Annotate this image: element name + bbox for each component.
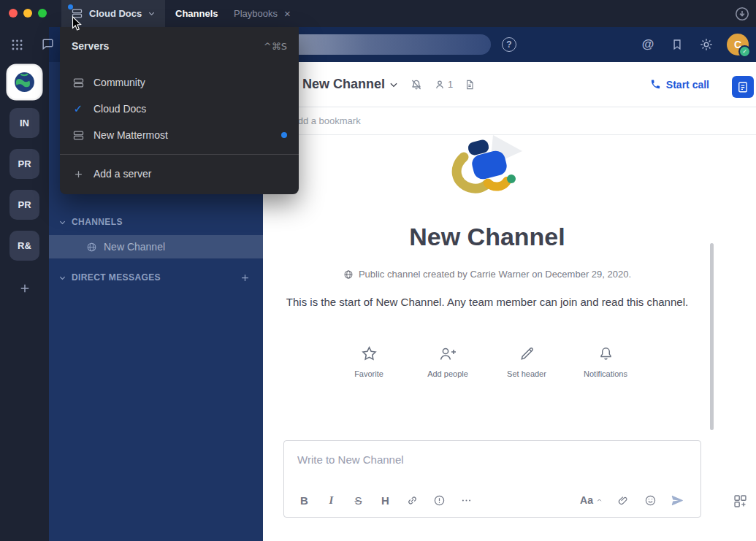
start-call-button[interactable]: Start call (650, 79, 709, 91)
zoom-window-button[interactable] (38, 9, 47, 18)
formatting-toggle-button[interactable]: Aa (580, 490, 603, 510)
channel-files-button[interactable] (464, 79, 476, 91)
tab-playbooks[interactable]: Playbooks × (234, 0, 291, 27)
send-message-button[interactable] (668, 490, 688, 510)
channels-product-button[interactable] (41, 37, 55, 51)
recent-mentions-button[interactable]: @ (639, 36, 657, 53)
more-formatting-button[interactable] (457, 490, 477, 510)
menu-item-label: Community (93, 77, 145, 88)
paperclip-icon (617, 494, 630, 507)
italic-button[interactable]: I (321, 490, 342, 510)
priority-icon (433, 494, 446, 507)
add-people-label: Add people (427, 369, 468, 378)
favorite-label: Favorite (354, 369, 383, 378)
formatting-toggle-label: Aa (580, 494, 593, 506)
team-avatar-selected[interactable] (8, 66, 41, 99)
chevron-down-icon (58, 274, 66, 282)
composer-right-actions: Aa (580, 490, 691, 510)
caret-up-icon (596, 497, 603, 504)
question-mark-icon: ? (506, 39, 511, 50)
bookmark-bar: Add a bookmark (263, 107, 756, 135)
channels-category-label: CHANNELS (72, 217, 123, 227)
set-header-button[interactable]: Set header (487, 344, 566, 378)
team-initials: R& (18, 240, 31, 251)
settings-button[interactable] (698, 36, 715, 53)
plus-icon (18, 282, 31, 295)
app-window: Cloud Docs Channels Playbooks × (0, 0, 756, 541)
menu-item-new-mattermost[interactable]: New Mattermost (60, 122, 299, 148)
heading-button[interactable]: H (375, 490, 396, 510)
apps-button[interactable] (733, 494, 748, 509)
channels-category[interactable]: CHANNELS (49, 212, 263, 232)
scrollbar[interactable] (710, 243, 714, 430)
close-window-button[interactable] (9, 9, 18, 18)
team-avatar[interactable]: IN (9, 108, 39, 138)
sidebar-item-new-channel[interactable]: New Channel (49, 235, 263, 258)
channel-header: New Channel 1 (263, 62, 756, 107)
downloads-button[interactable] (734, 6, 750, 22)
channel-intro: New Channel Public channel created by Ca… (263, 135, 711, 378)
set-header-label: Set header (507, 369, 546, 378)
channel-title[interactable]: New Channel (302, 77, 385, 92)
favorite-button[interactable]: Favorite (329, 344, 408, 378)
tab-channels[interactable]: Channels (175, 0, 218, 27)
channel-intro-illustration (439, 135, 535, 204)
start-call-label: Start call (666, 79, 709, 91)
minimize-window-button[interactable] (23, 9, 32, 18)
link-icon (406, 494, 419, 507)
emoji-button[interactable] (641, 490, 661, 510)
globe-icon (343, 269, 354, 280)
add-server-button[interactable]: Add a server (60, 161, 299, 187)
direct-messages-category[interactable]: DIRECT MESSAGES (49, 267, 263, 288)
team-avatar[interactable]: PR (9, 149, 39, 179)
tab-playbooks-label: Playbooks (234, 8, 278, 19)
pencil-icon (519, 344, 535, 363)
servers-menu-shortcut: ^⌘S (264, 41, 287, 52)
servers-menu-header: Servers ^⌘S (60, 31, 299, 61)
star-icon (360, 344, 378, 363)
team-initials: PR (18, 158, 31, 169)
search-input[interactable] (267, 34, 491, 55)
playbooks-app-button[interactable] (732, 76, 754, 98)
bold-button[interactable]: B (294, 490, 315, 510)
menu-divider (60, 154, 299, 155)
add-bookmark-button[interactable]: Add a bookmark (291, 115, 361, 126)
saved-posts-button[interactable] (668, 36, 686, 53)
server-dropdown-button[interactable]: Cloud Docs (61, 0, 165, 27)
close-tab-icon[interactable]: × (284, 8, 291, 19)
menu-item-cloud-docs[interactable]: ✓ Cloud Docs (60, 96, 299, 122)
channel-menu-chevron-icon[interactable] (389, 80, 399, 90)
unread-dot (281, 132, 287, 138)
channel-intro-meta: Public channel created by Carrie Warner … (263, 269, 711, 280)
add-team-button[interactable] (9, 273, 39, 303)
download-icon (734, 6, 750, 22)
notifications-button[interactable]: Notifications (566, 344, 645, 378)
notifications-label: Notifications (584, 369, 627, 378)
add-server-label: Add a server (93, 168, 151, 180)
message-input[interactable] (284, 441, 700, 466)
menu-item-community[interactable]: Community (60, 69, 299, 96)
globe-icon (86, 242, 97, 253)
attach-file-button[interactable] (614, 490, 634, 510)
person-icon (434, 79, 446, 91)
server-icon (71, 7, 83, 20)
help-button[interactable]: ? (502, 37, 516, 52)
channel-members-button[interactable]: 1 (434, 79, 453, 91)
message-priority-button[interactable] (429, 490, 450, 510)
link-button[interactable] (402, 490, 423, 510)
strikethrough-button[interactable]: S (348, 490, 369, 510)
mute-notifications-button[interactable] (410, 78, 423, 91)
bell-muted-icon (410, 78, 423, 91)
menu-item-label: New Mattermost (93, 129, 168, 141)
product-switcher-button[interactable] (10, 38, 24, 52)
titlebar: Cloud Docs Channels Playbooks × (0, 0, 756, 27)
globe-team-icon (12, 70, 37, 94)
apps-grid-icon (733, 494, 748, 509)
user-avatar[interactable]: C ✓ (727, 34, 749, 55)
server-icon (72, 129, 85, 142)
channel-intro-actions: Favorite Add people Set header (263, 344, 711, 378)
add-people-button[interactable]: Add people (408, 344, 487, 378)
team-avatar[interactable]: PR (9, 190, 39, 220)
team-avatar[interactable]: R& (9, 231, 39, 261)
add-direct-message-button[interactable] (240, 272, 251, 283)
